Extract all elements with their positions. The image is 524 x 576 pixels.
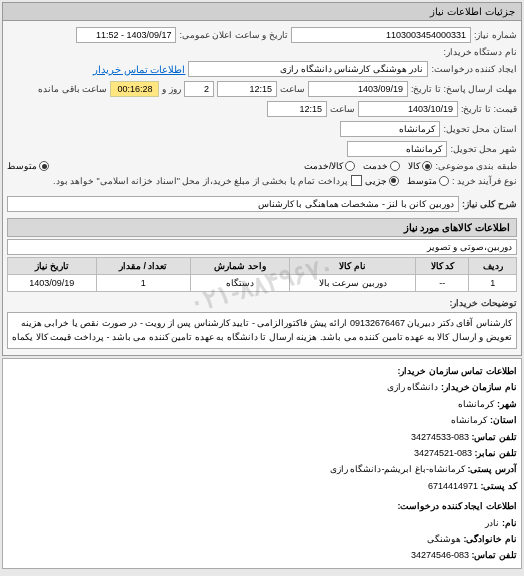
category-radio-group: کالا خدمت کالا/خدمت <box>304 161 433 171</box>
c-phone-value: 083-34274533 <box>411 432 469 442</box>
c-province-label: استان: <box>490 415 517 425</box>
cell-code: -- <box>416 275 469 292</box>
c-lname-value: هوشنگی <box>427 534 461 544</box>
c-addr-value: کرمانشاه-باغ ابریشم-دانشگاه رازی <box>330 464 465 474</box>
goods-table: ردیف کد کالا نام کالا واحد شمارش تعداد /… <box>7 257 517 292</box>
c-fax-label: تلفن نمابر: <box>475 448 518 458</box>
org-value: دانشگاه رازی <box>387 382 439 392</box>
price-date-field: 1403/10/19 <box>358 101 458 117</box>
radio-goods[interactable]: کالا <box>408 161 432 171</box>
cell-unit: دستگاه <box>190 275 289 292</box>
th-qty: تعداد / مقدار <box>96 258 190 275</box>
days-field: 2 <box>184 81 214 97</box>
cell-row: 1 <box>469 275 517 292</box>
c-province-value: کرمانشاه <box>451 415 487 425</box>
org-label: نام سازمان خریدار: <box>441 382 517 392</box>
city-field: کرمانشاه <box>347 141 447 157</box>
cell-qty: 1 <box>96 275 190 292</box>
th-row: ردیف <box>469 258 517 275</box>
time-label-2: ساعت <box>330 104 355 114</box>
radio-goods-service[interactable]: کالا/خدمت <box>304 161 356 171</box>
c-phone-label: تلفن تماس: <box>472 432 518 442</box>
days-label: روز و <box>162 84 181 94</box>
creator-field: نادر هوشنگی کارشناس دانشگاه رازی <box>188 61 428 77</box>
th-date: تاریخ نیاز <box>8 258 97 275</box>
group-field: دوربین،صوتی و تصویر <box>7 239 517 255</box>
goods-section-title: اطلاعات کالاهای مورد نیاز <box>7 218 517 237</box>
radio-medium[interactable]: متوسط <box>7 161 49 171</box>
buyer-contact-link[interactable]: اطلاعات تماس خریدار <box>93 64 186 75</box>
size-radio-group: متوسط <box>7 161 49 171</box>
remain-label: ساعت باقی مانده <box>38 84 107 94</box>
th-name: نام کالا <box>290 258 416 275</box>
creator-label: ایجاد کننده درخواست: <box>431 64 517 74</box>
city-label: شهر محل تحویل: <box>450 144 517 154</box>
datetime-field: 1403/09/17 - 11:52 <box>76 27 176 43</box>
process-type-label: نوع فرآیند خرید : <box>452 176 517 186</box>
radio-proc-mid[interactable]: متوسط <box>407 176 449 186</box>
th-code: کد کالا <box>416 258 469 275</box>
c-city-label: شهر: <box>497 399 517 409</box>
creator-section-title: اطلاعات ایجاد کننده درخواست: <box>7 498 517 514</box>
c-fname-value: نادر <box>485 518 499 528</box>
c-cphone-value: 083-34274546 <box>411 550 469 560</box>
c-fname-label: نام: <box>502 518 517 528</box>
price-deadline-label: قیمت: تا تاریخ: <box>461 104 517 114</box>
province-label: استان محل تحویل: <box>443 124 517 134</box>
cell-date: 1403/09/19 <box>8 275 97 292</box>
buyer-desc-text: کارشناس آقای دکتر دبیریان 09132676467 ار… <box>7 312 517 349</box>
radio-service[interactable]: خدمت <box>363 161 400 171</box>
panel-title: جزئیات اطلاعات نیاز <box>3 3 521 21</box>
resp-time-field: 12:15 <box>217 81 277 97</box>
req-no-field: 1103003454000331 <box>291 27 471 43</box>
c-city-value: کرمانشاه <box>458 399 494 409</box>
time-label-1: ساعت <box>280 84 305 94</box>
radio-proc-partial[interactable]: جزیی <box>365 176 399 186</box>
need-title-label: شرح کلی نیاز: <box>462 199 517 209</box>
details-panel: جزئیات اطلاعات نیاز شماره نیاز: 11030034… <box>2 2 522 356</box>
c-lname-label: نام خانوادگی: <box>464 534 518 544</box>
c-postal-label: کد پستی: <box>481 481 518 491</box>
table-row[interactable]: 1 -- دوربین سرعت بالا دستگاه 1 1403/09/1… <box>8 275 517 292</box>
c-cphone-label: تلفن تماس: <box>472 550 518 560</box>
resp-deadline-label: مهلت ارسال پاسخ: تا تاریخ: <box>411 84 517 94</box>
buyer-desc-label: توضیحات خریدار: <box>450 298 518 308</box>
th-unit: واحد شمارش <box>190 258 289 275</box>
c-postal-value: 6714414971 <box>428 481 478 491</box>
cell-name: دوربین سرعت بالا <box>290 275 416 292</box>
province-field: کرمانشاه <box>340 121 440 137</box>
treasury-checkbox[interactable] <box>351 175 362 186</box>
contact-section-title: اطلاعات تماس سازمان خریدار: <box>7 363 517 379</box>
c-addr-label: آدرس پستی: <box>468 464 518 474</box>
need-title-field: دوربین کانن با لنز - مشخصات هماهنگی با ک… <box>7 196 459 212</box>
process-note: پرداخت تمام یا بخشی از مبلغ خرید،از محل … <box>53 176 348 186</box>
contact-section: اطلاعات تماس سازمان خریدار: نام سازمان خ… <box>2 358 522 569</box>
process-radio-group: متوسط جزیی <box>365 176 449 186</box>
price-time-field: 12:15 <box>267 101 327 117</box>
datetime-label: تاریخ و ساعت اعلان عمومی: <box>179 30 288 40</box>
c-fax-value: 083-34274521 <box>414 448 472 458</box>
budget-label: طبقه بندی موضوعی: <box>435 161 517 171</box>
countdown-timer: 00:16:28 <box>110 81 159 97</box>
resp-date-field: 1403/09/19 <box>308 81 408 97</box>
buyer-device-label: نام دستگاه خریدار: <box>443 47 517 57</box>
req-no-label: شماره نیاز: <box>474 30 517 40</box>
